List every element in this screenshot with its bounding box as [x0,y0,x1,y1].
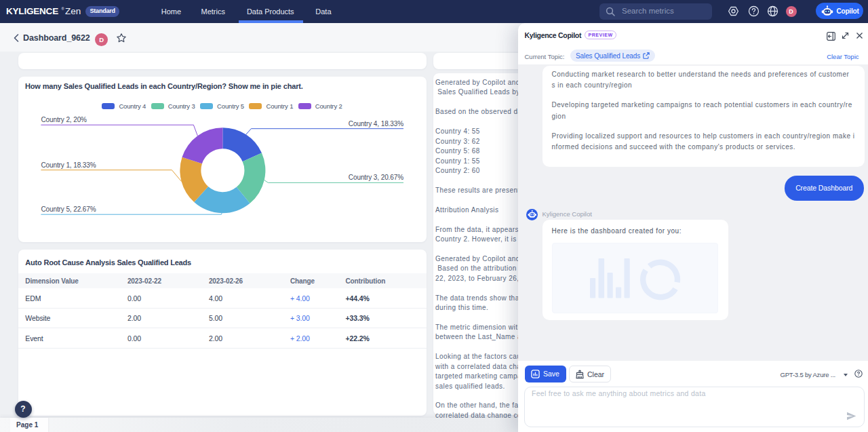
assistant-message-bubble: Conducting market research to better und… [542,66,865,167]
assistant-message-line: Developing targeted marketing campaigns … [552,101,855,112]
table-header-cell: Contribution [345,277,385,285]
root-cause-table-card: Auto Root Cause Analysis Sales Qualified… [18,250,427,416]
help-fab-button[interactable]: ? [15,401,32,418]
table-header-row: Dimension Value2023-02-222023-02-26Chang… [18,273,427,288]
copilot-footer: Save Clear GPT-3.5 by Azure ... Feel fre… [518,361,868,432]
save-button[interactable]: Save [525,366,566,382]
table-cell-v2: 5.00 [209,314,222,322]
favorite-star-icon[interactable] [116,33,127,43]
assistant-message-line [552,123,855,132]
table-cell-change: + 2.00 [290,334,310,342]
table-cell-change: + 3.00 [290,314,310,322]
pie-label-line [245,128,403,134]
active-nav-underline [239,20,303,23]
table-cell-dimension: Event [25,334,43,342]
search-input[interactable]: Search metrics [599,3,712,20]
assistant-message-line: nformed decisions and succeed with the c… [552,143,855,154]
clear-topic-link[interactable]: Clear Topic [827,53,859,60]
create-dashboard-button[interactable]: Create Dashboard [785,176,865,201]
table-row: Website2.005.00+ 3.00+33.3% [18,309,427,329]
copilot-panel-header: Kyligence Copilot PREVIEW Current Topic:… [518,23,868,64]
table-cell-change: + 4.00 [290,294,310,302]
table-header-cell: 2023-02-26 [209,277,243,285]
partial-card-left [18,53,427,69]
top-navbar: KYLIGENCE ® Zen Standard HomeMetricsData… [0,0,868,23]
assistant-dashboard-bubble: Here is the dashboard created for you: [542,220,728,320]
save-button-label: Save [543,370,559,378]
table-cell-v1: 0.00 [127,334,141,342]
table-cell-v2: 2.00 [209,334,222,342]
clear-button[interactable]: Clear [569,366,611,382]
table-cell-v2: 4.00 [209,294,222,302]
copilot-button-label: Copilot [837,7,859,15]
robot-icon [821,5,833,17]
assistant-message-line: s in each country/region [552,81,855,92]
model-help-icon[interactable] [854,370,863,378]
dashboard-preview-image[interactable] [552,243,719,313]
dashboard-badge: D [95,33,108,46]
pie-label-line [41,170,181,181]
preview-badge: PREVIEW [585,31,616,40]
table-header-cell: Change [290,277,315,285]
table-header-cell: Dimension Value [25,277,79,285]
assistant-message-line [552,92,855,101]
chat-input[interactable]: Feel free to ask me anything about metri… [524,387,865,427]
page-title: Dashboard_9622 [23,33,90,43]
pie-slice-label: Country 1, 18.33% [41,161,96,168]
nav-item-home[interactable]: Home [161,0,181,23]
send-icon[interactable] [846,411,856,421]
chat-input-placeholder: Feel free to ask me anything about metri… [532,389,706,397]
chart-placeholder-illustration [553,243,717,312]
help-icon[interactable] [748,5,760,17]
model-caret-icon[interactable] [844,374,848,376]
globe-icon[interactable] [767,5,778,17]
model-selector-label[interactable]: GPT-3.5 by Azure ... [781,371,836,378]
assistant-message-text: Conducting market research to better und… [552,71,855,154]
logo-zen: Zen [65,6,81,16]
pie-chart: Country 4, 18.33%Country 3, 20.67%Countr… [18,77,427,242]
copilot-panel-title: Kyligence Copilot [525,31,582,39]
back-chevron-icon[interactable] [12,33,20,43]
close-panel-icon[interactable] [856,32,863,39]
pie-label-line [41,213,222,214]
table-cell-v1: 0.00 [127,294,141,302]
logo-registered-mark: ® [62,7,64,11]
search-placeholder: Search metrics [622,7,674,15]
table-cell-contribution: +44.4% [345,294,369,302]
table-cell-dimension: Website [25,314,50,322]
assistant-message-line: gion [552,113,855,123]
assistant-message-line: Conducting market research to better und… [552,71,855,81]
nav-item-data-products[interactable]: Data Products [247,0,294,23]
user-avatar[interactable]: D [786,6,797,17]
page-tab-strip: Page 1 [0,418,518,432]
chat-area: Conducting market research to better und… [518,64,868,361]
pie-slice-label: Country 4, 18.33% [348,119,403,127]
clear-button-label: Clear [587,370,604,378]
dock-panel-icon[interactable] [827,32,835,41]
pie-slice-country-2[interactable] [182,127,222,163]
assistant-message-line: Providing localized support and resource… [552,132,855,143]
settings-icon[interactable] [728,5,739,17]
robot-avatar-icon [528,210,537,219]
save-chart-icon [531,370,540,378]
expand-panel-icon[interactable] [842,32,849,39]
table-cell-contribution: +33.3% [345,314,369,322]
table-cell-dimension: EDM [25,294,41,302]
page-tab[interactable]: Page 1 [10,418,48,432]
nav-item-data[interactable]: Data [315,0,331,23]
current-topic-pill[interactable]: Sales Qualified Leads [570,50,655,62]
copilot-panel: Kyligence Copilot PREVIEW Current Topic:… [518,23,868,432]
search-icon [606,7,615,16]
pie-chart-card: How many Sales Qualified Leads in each C… [18,77,427,242]
nav-item-metrics[interactable]: Metrics [201,0,225,23]
table-header-cell: 2023-02-22 [127,277,161,285]
plan-badge: Standard [85,6,119,17]
copilot-avatar [526,209,538,221]
external-link-icon [643,52,650,59]
copilot-button[interactable]: Copilot [816,3,863,20]
pie-slice-label: Country 3, 20.67% [348,174,403,181]
table-title: Auto Root Cause Analysis Sales Qualified… [25,258,191,267]
assistant-name-label: Kyligence Copilot [542,210,592,218]
current-topic-label: Current Topic: [525,53,565,60]
placeholder-ring [643,262,677,297]
